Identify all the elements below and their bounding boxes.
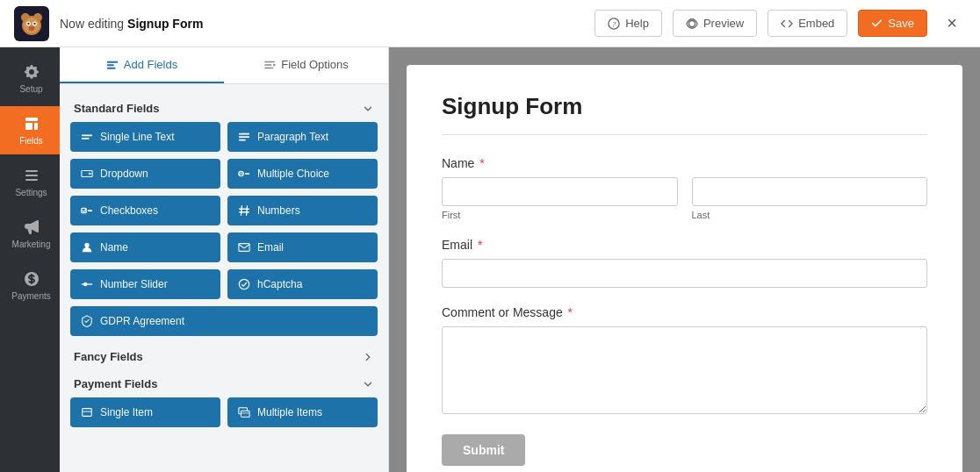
checkbox-icon <box>81 204 93 217</box>
field-panel-tabs: Add Fields Field Options <box>60 47 388 84</box>
form-label-name: Name * <box>442 156 927 170</box>
app-logo <box>14 6 49 41</box>
sliders-icon <box>23 167 40 184</box>
svg-point-30 <box>83 282 87 286</box>
hash-icon <box>238 204 250 217</box>
field-options-icon <box>263 59 276 71</box>
field-btn-single-item[interactable]: Single Item <box>70 397 220 427</box>
megaphone-icon <box>23 218 40 236</box>
help-button[interactable]: ? Help <box>594 10 662 37</box>
svg-rect-19 <box>239 136 249 138</box>
svg-point-15 <box>273 63 276 66</box>
captcha-icon <box>238 278 250 290</box>
radio-icon <box>238 168 250 180</box>
name-last-input[interactable] <box>692 177 928 206</box>
name-last-col: Last <box>692 177 928 220</box>
field-btn-multiple-items[interactable]: Multiple Items <box>227 397 378 427</box>
field-btn-paragraph-text[interactable]: Paragraph Text <box>227 122 378 152</box>
fancy-fields-section: Fancy Fields <box>70 343 378 370</box>
editing-title: Now editing Signup Form <box>60 17 584 31</box>
field-btn-name[interactable]: Name <box>70 232 220 262</box>
embed-button[interactable]: Embed <box>767 10 847 37</box>
svg-rect-32 <box>83 409 92 417</box>
required-asterisk-email: * <box>478 238 482 252</box>
form-card: Signup Form Name * First Last <box>407 65 962 472</box>
chevron-right-icon <box>362 351 374 363</box>
form-label-email: Email * <box>442 238 927 252</box>
form-title: Signup Form <box>442 93 927 135</box>
svg-point-6 <box>27 22 29 24</box>
svg-point-27 <box>84 243 89 247</box>
svg-rect-18 <box>239 133 249 135</box>
shield-icon <box>81 315 93 327</box>
name-row: First Last <box>442 177 927 220</box>
field-btn-checkboxes[interactable]: Checkboxes <box>70 196 220 225</box>
sidenav: Setup Fields Settings Marketing Pay <box>0 47 60 472</box>
field-panel-body: Standard Fields Single Line Text Paragra… <box>60 84 388 472</box>
field-btn-single-line-text[interactable]: Single Line Text <box>70 122 220 152</box>
main-content: Setup Fields Settings Marketing Pay <box>0 47 980 472</box>
name-first-col: First <box>442 177 678 220</box>
field-btn-number-slider[interactable]: Number Slider <box>70 269 220 299</box>
field-btn-gdpr[interactable]: GDPR Agreement <box>70 306 378 336</box>
svg-text:?: ? <box>612 19 616 28</box>
fancy-fields-header[interactable]: Fancy Fields <box>70 343 378 370</box>
field-btn-dropdown[interactable]: Dropdown <box>70 159 220 189</box>
submit-button[interactable]: Submit <box>442 434 525 466</box>
form-field-comment: Comment or Message * <box>442 305 927 417</box>
form-label-comment: Comment or Message * <box>442 305 927 319</box>
svg-rect-20 <box>239 139 246 141</box>
save-button[interactable]: Save <box>858 10 927 37</box>
svg-rect-28 <box>239 244 249 252</box>
name-first-input[interactable] <box>442 177 678 206</box>
svg-point-11 <box>688 20 695 26</box>
close-button[interactable]: × <box>938 10 966 38</box>
payment-fields-grid: Single Item Multiple Items <box>70 397 378 427</box>
svg-rect-26 <box>88 210 92 211</box>
svg-rect-13 <box>107 64 114 66</box>
standard-fields-header[interactable]: Standard Fields <box>70 95 378 122</box>
help-icon: ? <box>608 18 620 30</box>
comment-textarea[interactable] <box>442 326 927 414</box>
payment-fields-section: Payment Fields Single Item Multiple Item… <box>70 370 378 427</box>
field-btn-hcaptcha[interactable]: hCaptcha <box>227 269 378 299</box>
dollar-icon <box>23 270 40 288</box>
field-panel: Add Fields Field Options Standard Fields <box>60 47 389 472</box>
item-icon <box>81 406 93 418</box>
field-btn-numbers[interactable]: Numbers <box>227 196 378 225</box>
field-btn-email[interactable]: Email <box>227 232 378 262</box>
name-first-label: First <box>442 210 678 220</box>
person-icon <box>81 241 93 254</box>
topbar: Now editing Signup Form ? Help Preview E… <box>0 0 980 47</box>
payment-fields-header[interactable]: Payment Fields <box>70 370 378 397</box>
email-input[interactable] <box>442 259 927 288</box>
topbar-actions: ? Help Preview Embed Save × <box>594 10 966 38</box>
sidebar-item-payments[interactable]: Payments <box>0 261 60 310</box>
standard-fields-section: Standard Fields Single Line Text Paragra… <box>70 95 378 336</box>
embed-icon <box>781 18 793 30</box>
svg-point-8 <box>29 25 35 30</box>
items-icon <box>238 406 250 418</box>
sidebar-item-marketing[interactable]: Marketing <box>0 210 60 258</box>
svg-rect-17 <box>82 138 90 139</box>
add-fields-icon <box>106 59 119 71</box>
paragraph-icon <box>238 131 250 143</box>
text-icon <box>81 131 93 143</box>
preview-button[interactable]: Preview <box>673 10 757 37</box>
sidebar-item-settings[interactable]: Settings <box>0 158 60 206</box>
required-asterisk-comment: * <box>568 305 573 319</box>
tab-field-options[interactable]: Field Options <box>224 47 388 83</box>
tab-add-fields[interactable]: Add Fields <box>60 47 224 83</box>
required-asterisk-name: * <box>479 156 484 170</box>
form-field-email: Email * <box>442 238 927 288</box>
slider-icon <box>81 278 93 290</box>
email-icon <box>238 241 250 254</box>
fields-icon <box>23 115 40 132</box>
sidebar-item-setup[interactable]: Setup <box>0 54 60 103</box>
field-btn-multiple-choice[interactable]: Multiple Choice <box>227 159 378 189</box>
dropdown-icon <box>81 168 93 180</box>
name-last-label: Last <box>692 210 928 220</box>
svg-rect-24 <box>245 173 249 175</box>
sidebar-item-fields[interactable]: Fields <box>0 106 60 154</box>
svg-point-7 <box>33 22 35 24</box>
